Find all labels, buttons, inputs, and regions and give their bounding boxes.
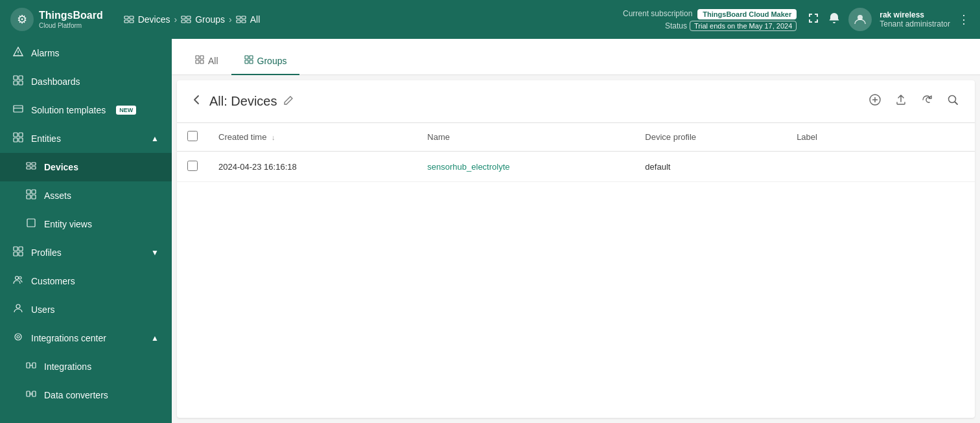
col-label[interactable]: Label <box>786 123 874 152</box>
logo-subtitle: Cloud Platform <box>39 22 103 30</box>
refresh-button[interactable] <box>918 91 936 112</box>
tab-all[interactable]: All <box>182 47 231 75</box>
sidebar-label-users: Users <box>31 304 55 315</box>
entities-icon <box>13 132 23 145</box>
svg-rect-28 <box>32 166 36 169</box>
svg-rect-25 <box>27 163 30 165</box>
logo[interactable]: ⚙ ThingsBoard Cloud Platform <box>10 8 103 31</box>
svg-rect-47 <box>32 391 36 396</box>
content-area: All Groups All: Devices <box>172 39 980 423</box>
col-device-profile[interactable]: Device profile <box>635 123 786 152</box>
sidebar-item-customers[interactable]: Customers <box>0 267 172 295</box>
select-all-checkbox[interactable] <box>187 131 198 141</box>
profiles-chevron-icon: ▼ <box>151 248 159 257</box>
dashboards-icon <box>13 75 23 88</box>
col-created-time[interactable]: Created time ↓ <box>208 123 417 152</box>
sidebar-item-entity-views[interactable]: Entity views <box>0 210 172 238</box>
row-device-profile: default <box>635 152 786 182</box>
devices-breadcrumb-icon <box>124 14 134 25</box>
svg-rect-18 <box>19 81 23 85</box>
table-container: Created time ↓ Name Device profile Label <box>177 123 975 418</box>
col-name[interactable]: Name <box>417 123 635 152</box>
breadcrumb-groups-label: Groups <box>195 14 225 25</box>
tab-groups[interactable]: Groups <box>231 47 300 75</box>
more-menu-button[interactable]: ⋮ <box>958 12 970 27</box>
sidebar-item-data-converters[interactable]: Data converters <box>0 381 172 409</box>
tab-groups-icon <box>244 55 253 66</box>
upload-button[interactable] <box>892 91 910 112</box>
sidebar-item-devices[interactable]: Devices <box>0 153 172 181</box>
delete-button[interactable] <box>954 160 964 173</box>
svg-point-41 <box>15 334 21 340</box>
sidebar-item-alarms[interactable]: Alarms <box>0 39 172 67</box>
table-row: 2024-04-23 16:16:18 sensorhub_electrolyt… <box>177 152 975 182</box>
back-button[interactable] <box>190 93 203 109</box>
svg-rect-49 <box>200 56 204 59</box>
sidebar-label-devices: Devices <box>44 162 78 172</box>
sidebar-label-data-converters: Data converters <box>44 390 108 400</box>
devices-icon <box>26 161 36 174</box>
sidebar-item-solution-templates[interactable]: Solution templates NEW <box>0 96 172 124</box>
data-converters-icon <box>26 389 36 402</box>
svg-line-60 <box>955 102 958 105</box>
breadcrumb-devices[interactable]: Devices <box>124 14 170 25</box>
svg-rect-16 <box>19 76 23 80</box>
logo-title: ThingsBoard <box>39 9 103 21</box>
breadcrumb-sep-2: › <box>229 14 232 25</box>
sidebar-item-users[interactable]: Users <box>0 295 172 324</box>
user-role: Tenant administrator <box>880 19 950 29</box>
sidebar-label-assets: Assets <box>44 190 71 201</box>
sidebar-item-assets[interactable]: Assets <box>0 181 172 210</box>
notifications-button[interactable] <box>828 12 841 28</box>
svg-rect-7 <box>187 20 191 23</box>
svg-rect-26 <box>32 163 36 165</box>
sidebar-label-entities: Entities <box>31 133 61 144</box>
breadcrumb-all[interactable]: All <box>236 14 261 25</box>
add-button[interactable] <box>866 91 884 112</box>
svg-rect-29 <box>27 190 30 194</box>
entities-chevron-icon: ▲ <box>151 134 159 143</box>
svg-rect-10 <box>237 20 240 23</box>
breadcrumb-sep-1: › <box>174 14 177 25</box>
sidebar-item-integrations[interactable]: Integrations <box>0 352 172 381</box>
sidebar-label-alarms: Alarms <box>31 48 60 58</box>
svg-rect-15 <box>14 76 18 80</box>
alarms-icon <box>13 47 23 60</box>
devices-table: Created time ↓ Name Device profile Label <box>177 123 975 182</box>
sidebar-label-customers: Customers <box>31 276 75 286</box>
svg-point-14 <box>18 54 18 54</box>
fullscreen-button[interactable] <box>807 12 820 28</box>
user-info: rak wireless Tenant administrator <box>880 10 950 29</box>
svg-rect-1 <box>130 16 134 19</box>
svg-rect-4 <box>181 16 185 19</box>
all-breadcrumb-icon <box>236 14 246 25</box>
header-right: Current subscription ThingsBoard Cloud M… <box>623 8 970 31</box>
svg-rect-5 <box>187 16 191 19</box>
sidebar-label-integrations-center: Integrations center <box>31 333 106 343</box>
svg-rect-33 <box>27 219 35 227</box>
search-button[interactable] <box>944 91 962 112</box>
avatar[interactable] <box>848 8 872 31</box>
svg-rect-3 <box>130 20 134 23</box>
header-actions: rak wireless Tenant administrator ⋮ <box>807 8 970 31</box>
sidebar-item-entities[interactable]: Entities ▲ <box>0 124 172 153</box>
col-name-label: Name <box>427 132 450 142</box>
breadcrumb-groups[interactable]: Groups <box>181 14 225 25</box>
svg-rect-35 <box>19 247 23 251</box>
svg-rect-30 <box>32 190 36 194</box>
svg-rect-24 <box>19 138 23 142</box>
sidebar-item-dashboards[interactable]: Dashboards <box>0 67 172 96</box>
device-name-link[interactable]: sensorhub_electrolyte <box>427 162 509 172</box>
sidebar-item-integrations-center[interactable]: Integrations center ▲ <box>0 324 172 352</box>
assign-button[interactable] <box>937 159 949 174</box>
row-checkbox[interactable] <box>187 161 198 171</box>
svg-rect-34 <box>14 247 18 251</box>
svg-rect-48 <box>196 56 199 59</box>
sidebar-item-profiles[interactable]: Profiles ▼ <box>0 238 172 267</box>
status-label: Status <box>665 21 687 30</box>
logo-icon: ⚙ <box>10 8 34 31</box>
profiles-icon <box>13 246 23 259</box>
svg-point-40 <box>16 304 20 308</box>
svg-point-59 <box>949 96 956 103</box>
edit-title-button[interactable] <box>283 95 294 108</box>
